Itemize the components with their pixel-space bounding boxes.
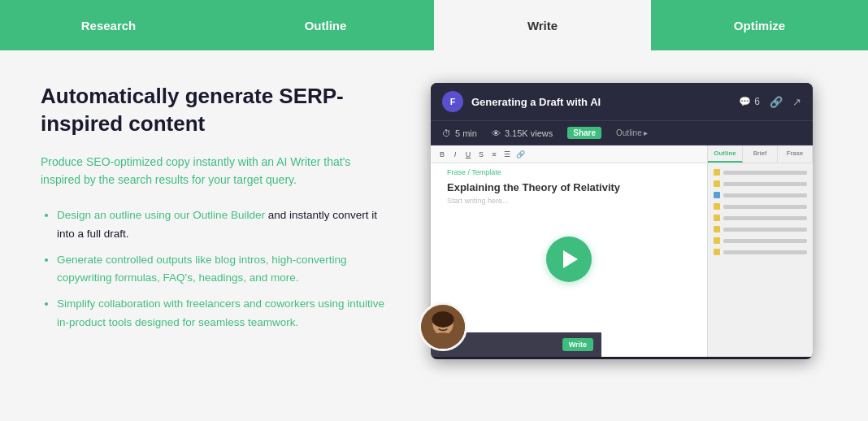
- doc-title-area: Frase / Template Explaining the Theory o…: [447, 168, 691, 205]
- left-column: Automatically generate SERP-inspired con…: [41, 83, 390, 397]
- sub-text: Produce SEO-optimized copy instantly wit…: [41, 153, 390, 189]
- doc-placeholder: Start writing here...: [447, 197, 691, 205]
- tab-write[interactable]: Write: [434, 0, 651, 50]
- clock-icon: ⏱: [442, 128, 451, 138]
- presenter-face: [421, 305, 465, 349]
- comment-count: 💬 6: [739, 96, 760, 107]
- toolbar-btn-b[interactable]: B: [437, 150, 447, 159]
- sidebar-text-8: [723, 250, 807, 254]
- toolbar-btn-align[interactable]: ≡: [489, 150, 499, 159]
- sidebar-dot-2: [714, 180, 720, 187]
- bullet-3-link: in-product tools: [57, 316, 132, 328]
- sidebar-tab-outline[interactable]: Outline: [708, 145, 743, 163]
- sidebar-item-6: [712, 224, 809, 234]
- toolbar-label: Outline ▸: [616, 128, 648, 137]
- sidebar-item-1: [712, 167, 809, 177]
- bullet-1-link[interactable]: Design an outline using our Outline Buil…: [57, 209, 265, 221]
- sidebar-dot-6: [714, 226, 720, 232]
- sidebar-dot-3: [714, 192, 720, 198]
- video-body: B I U S ≡ ☰ 🔗 Frase / Template Explainin: [431, 145, 813, 357]
- sidebar-item-2: [712, 179, 809, 189]
- toolbar-btn-i[interactable]: I: [450, 150, 460, 159]
- sidebar-text-6: [723, 228, 807, 232]
- sidebar-items-list: [708, 163, 813, 357]
- doc-breadcrumb: Frase / Template: [447, 168, 691, 176]
- presenter-avatar: [419, 302, 467, 351]
- video-main: B I U S ≡ ☰ 🔗 Frase / Template Explainin: [431, 145, 707, 357]
- toolbar-btn-link[interactable]: 🔗: [515, 150, 525, 159]
- video-header: F Generating a Draft with AI 💬 6 🔗 ↗: [431, 83, 813, 121]
- bullet-3-text: Simplify collaboration with freelancers …: [57, 297, 384, 310]
- duration-item: ⏱ 5 min: [442, 128, 477, 138]
- link-icon[interactable]: 🔗: [770, 96, 783, 108]
- sidebar-tab-brief[interactable]: Brief: [743, 145, 778, 163]
- sidebar-text-2: [723, 182, 807, 186]
- video-card: F Generating a Draft with AI 💬 6 🔗 ↗: [431, 83, 813, 359]
- bullet-list: Design an outline using our Outline Buil…: [41, 206, 390, 332]
- video-header-icons: 💬 6 🔗 ↗: [739, 96, 801, 108]
- sidebar-item-4: [712, 202, 809, 211]
- share-icon[interactable]: ↗: [792, 96, 801, 108]
- video-title-row: F Generating a Draft with AI: [442, 91, 601, 112]
- sidebar-text-3: [723, 193, 807, 197]
- play-triangle-icon: [563, 250, 578, 268]
- main-container: Research Outline Write Optimize Automati…: [0, 0, 868, 421]
- bullet-item-3: Simplify collaboration with freelancers …: [57, 295, 390, 332]
- video-wrapper: F Generating a Draft with AI 💬 6 🔗 ↗: [431, 83, 813, 359]
- content-area: Automatically generate SERP-inspired con…: [0, 50, 868, 421]
- sidebar-text-5: [723, 216, 807, 220]
- bullet-2-text: Generate controlled outputs like blog in…: [57, 254, 271, 266]
- sidebar-tab-frase[interactable]: Frase: [778, 145, 813, 163]
- sidebar-item-7: [712, 236, 809, 245]
- user-avatar-small: F: [442, 91, 463, 112]
- sidebar-text-4: [723, 205, 807, 209]
- toolbar-btn-u[interactable]: U: [463, 150, 473, 159]
- right-column: F Generating a Draft with AI 💬 6 🔗 ↗: [423, 83, 821, 397]
- sidebar-item-8: [712, 247, 809, 257]
- main-heading: Automatically generate SERP-inspired con…: [41, 83, 390, 138]
- bullet-2-rest: , FAQ's, headings, and more.: [157, 271, 298, 284]
- sidebar-text-1: [723, 171, 807, 175]
- sidebar-text-7: [723, 239, 807, 243]
- sidebar-dot-7: [714, 237, 720, 244]
- video-meta-bar: ⏱ 5 min 👁 3.15K views Share Outline ▸: [431, 121, 813, 145]
- video-sidebar: Outline Brief Frase: [707, 145, 813, 357]
- toolbar-btn-s[interactable]: S: [476, 150, 486, 159]
- svg-point-2: [430, 332, 456, 350]
- tab-outline[interactable]: Outline: [217, 0, 434, 50]
- sidebar-item-5: [712, 213, 809, 223]
- bullet-item-2: Generate controlled outputs like blog in…: [57, 251, 390, 288]
- write-button[interactable]: Write: [562, 338, 593, 351]
- tab-navigation: Research Outline Write Optimize: [0, 0, 868, 50]
- share-badge[interactable]: Share: [567, 127, 601, 139]
- video-title: Generating a Draft with AI: [471, 96, 601, 108]
- eye-icon: 👁: [492, 128, 501, 138]
- tab-research[interactable]: Research: [0, 0, 217, 50]
- sidebar-tabs: Outline Brief Frase: [708, 145, 813, 163]
- doc-title: Explaining the Theory of Relativity: [447, 181, 691, 193]
- tab-optimize[interactable]: Optimize: [651, 0, 868, 50]
- chat-icon: 💬: [739, 96, 751, 107]
- views-item: 👁 3.15K views: [492, 128, 553, 138]
- toolbar-btn-list[interactable]: ☰: [502, 150, 512, 159]
- sidebar-item-3: [712, 190, 809, 200]
- face-svg: [421, 302, 465, 351]
- sidebar-dot-5: [714, 215, 720, 221]
- play-button[interactable]: [546, 237, 592, 282]
- sidebar-dot-4: [714, 203, 720, 210]
- bullet-item-1: Design an outline using our Outline Buil…: [57, 206, 390, 243]
- sidebar-dot-1: [714, 169, 720, 176]
- bullet-3-rest: designed for seamless teamwork.: [132, 316, 298, 328]
- editor-toolbar: B I U S ≡ ☰ 🔗: [431, 145, 707, 163]
- sidebar-dot-8: [714, 249, 720, 255]
- svg-point-5: [432, 311, 454, 328]
